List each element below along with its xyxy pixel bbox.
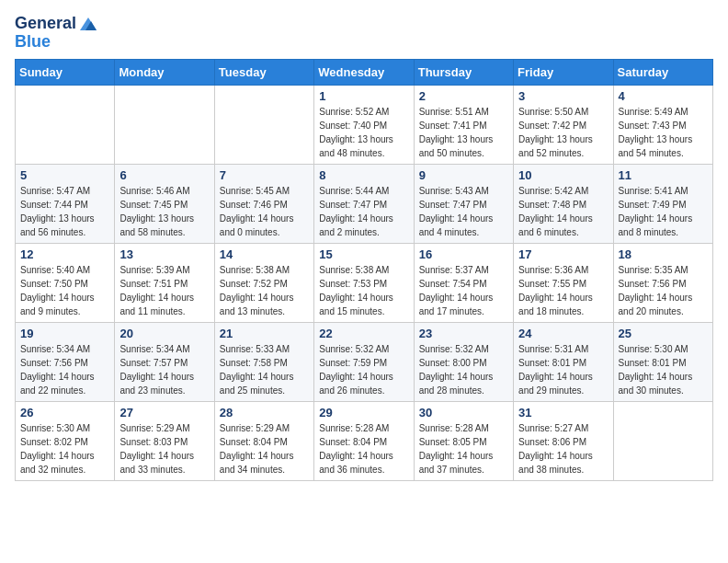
day-cell: 21Sunrise: 5:33 AM Sunset: 7:58 PM Dayli… [214,322,313,401]
day-info: Sunrise: 5:29 AM Sunset: 8:03 PM Dayligh… [119,421,209,477]
day-cell: 9Sunrise: 5:43 AM Sunset: 7:47 PM Daylig… [414,164,513,243]
day-number: 28 [220,406,309,419]
day-number: 5 [20,168,109,182]
day-info: Sunrise: 5:27 AM Sunset: 8:06 PM Dayligh… [518,421,608,477]
day-info: Sunrise: 5:38 AM Sunset: 7:52 PM Dayligh… [220,263,309,318]
header-cell-tuesday: Tuesday [214,59,313,85]
logo-blue: Blue [15,33,51,52]
calendar-table: SundayMondayTuesdayWednesdayThursdayFrid… [15,59,713,481]
day-info: Sunrise: 5:32 AM Sunset: 7:59 PM Dayligh… [319,342,408,397]
day-info: Sunrise: 5:30 AM Sunset: 8:01 PM Dayligh… [619,342,708,397]
day-cell [613,401,712,480]
day-info: Sunrise: 5:47 AM Sunset: 7:44 PM Dayligh… [20,184,109,239]
day-info: Sunrise: 5:34 AM Sunset: 7:56 PM Dayligh… [20,342,109,397]
week-row-3: 12Sunrise: 5:40 AM Sunset: 7:50 PM Dayli… [16,243,713,322]
day-number: 24 [518,327,608,340]
logo: General Blue [15,15,98,52]
day-number: 13 [119,247,209,261]
week-row-4: 19Sunrise: 5:34 AM Sunset: 7:56 PM Dayli… [16,322,713,401]
day-cell [214,85,313,164]
calendar-header: SundayMondayTuesdayWednesdayThursdayFrid… [16,59,713,85]
header-row: SundayMondayTuesdayWednesdayThursdayFrid… [16,59,713,85]
day-info: Sunrise: 5:31 AM Sunset: 8:01 PM Dayligh… [518,342,608,397]
day-info: Sunrise: 5:46 AM Sunset: 7:45 PM Dayligh… [119,184,209,239]
day-cell: 8Sunrise: 5:44 AM Sunset: 7:47 PM Daylig… [314,164,414,243]
day-info: Sunrise: 5:41 AM Sunset: 7:49 PM Dayligh… [619,184,708,239]
day-number: 26 [20,406,109,419]
day-number: 17 [518,247,608,261]
week-row-1: 1Sunrise: 5:52 AM Sunset: 7:40 PM Daylig… [16,85,713,164]
day-number: 31 [518,406,608,419]
day-cell: 27Sunrise: 5:29 AM Sunset: 8:03 PM Dayli… [115,401,214,480]
day-number: 27 [119,406,209,419]
day-info: Sunrise: 5:37 AM Sunset: 7:54 PM Dayligh… [419,263,508,318]
day-cell: 13Sunrise: 5:39 AM Sunset: 7:51 PM Dayli… [115,243,214,322]
week-row-2: 5Sunrise: 5:47 AM Sunset: 7:44 PM Daylig… [16,164,713,243]
day-cell: 5Sunrise: 5:47 AM Sunset: 7:44 PM Daylig… [16,164,115,243]
day-info: Sunrise: 5:44 AM Sunset: 7:47 PM Dayligh… [319,184,408,239]
day-number: 30 [419,406,508,419]
day-number: 1 [319,89,408,103]
day-cell: 3Sunrise: 5:50 AM Sunset: 7:42 PM Daylig… [514,85,613,164]
day-cell: 17Sunrise: 5:36 AM Sunset: 7:55 PM Dayli… [514,243,613,322]
day-cell: 2Sunrise: 5:51 AM Sunset: 7:41 PM Daylig… [414,85,513,164]
logo-general: General [15,15,76,33]
day-number: 15 [319,247,408,261]
day-cell: 23Sunrise: 5:32 AM Sunset: 8:00 PM Dayli… [414,322,513,401]
day-cell: 16Sunrise: 5:37 AM Sunset: 7:54 PM Dayli… [414,243,513,322]
day-info: Sunrise: 5:43 AM Sunset: 7:47 PM Dayligh… [419,184,508,239]
day-number: 8 [319,168,408,182]
day-info: Sunrise: 5:51 AM Sunset: 7:41 PM Dayligh… [419,105,508,160]
day-cell: 10Sunrise: 5:42 AM Sunset: 7:48 PM Dayli… [514,164,613,243]
day-number: 20 [119,327,209,340]
day-number: 10 [518,168,608,182]
day-cell: 1Sunrise: 5:52 AM Sunset: 7:40 PM Daylig… [314,85,414,164]
day-number: 12 [20,247,109,261]
header-cell-sunday: Sunday [16,59,115,85]
day-number: 19 [20,327,109,340]
day-cell: 12Sunrise: 5:40 AM Sunset: 7:50 PM Dayli… [16,243,115,322]
day-info: Sunrise: 5:34 AM Sunset: 7:57 PM Dayligh… [119,342,209,397]
day-number: 22 [319,327,408,340]
day-info: Sunrise: 5:28 AM Sunset: 8:05 PM Dayligh… [419,421,508,477]
day-info: Sunrise: 5:38 AM Sunset: 7:53 PM Dayligh… [319,263,408,318]
day-info: Sunrise: 5:49 AM Sunset: 7:43 PM Dayligh… [619,105,708,160]
day-cell: 25Sunrise: 5:30 AM Sunset: 8:01 PM Dayli… [613,322,712,401]
day-info: Sunrise: 5:39 AM Sunset: 7:51 PM Dayligh… [119,263,209,318]
day-cell: 20Sunrise: 5:34 AM Sunset: 7:57 PM Dayli… [115,322,214,401]
day-cell: 15Sunrise: 5:38 AM Sunset: 7:53 PM Dayli… [314,243,414,322]
day-number: 4 [619,89,708,103]
day-cell: 4Sunrise: 5:49 AM Sunset: 7:43 PM Daylig… [613,85,712,164]
day-number: 11 [619,168,708,182]
day-info: Sunrise: 5:30 AM Sunset: 8:02 PM Dayligh… [20,421,109,477]
day-cell [16,85,115,164]
day-cell: 29Sunrise: 5:28 AM Sunset: 8:04 PM Dayli… [314,401,414,480]
day-number: 21 [220,327,309,340]
day-info: Sunrise: 5:42 AM Sunset: 7:48 PM Dayligh… [518,184,608,239]
day-cell: 22Sunrise: 5:32 AM Sunset: 7:59 PM Dayli… [314,322,414,401]
day-info: Sunrise: 5:32 AM Sunset: 8:00 PM Dayligh… [419,342,508,397]
day-cell: 19Sunrise: 5:34 AM Sunset: 7:56 PM Dayli… [16,322,115,401]
day-number: 23 [419,327,508,340]
day-info: Sunrise: 5:35 AM Sunset: 7:56 PM Dayligh… [619,263,708,318]
day-number: 2 [419,89,508,103]
logo-icon [78,16,98,32]
day-info: Sunrise: 5:52 AM Sunset: 7:40 PM Dayligh… [319,105,408,160]
day-cell: 18Sunrise: 5:35 AM Sunset: 7:56 PM Dayli… [613,243,712,322]
header-cell-thursday: Thursday [414,59,513,85]
header-cell-friday: Friday [514,59,613,85]
day-info: Sunrise: 5:45 AM Sunset: 7:46 PM Dayligh… [220,184,309,239]
header-cell-monday: Monday [115,59,214,85]
day-info: Sunrise: 5:29 AM Sunset: 8:04 PM Dayligh… [220,421,309,477]
day-cell: 30Sunrise: 5:28 AM Sunset: 8:05 PM Dayli… [414,401,513,480]
day-number: 3 [518,89,608,103]
day-cell: 24Sunrise: 5:31 AM Sunset: 8:01 PM Dayli… [514,322,613,401]
day-number: 7 [220,168,309,182]
day-cell: 14Sunrise: 5:38 AM Sunset: 7:52 PM Dayli… [214,243,313,322]
day-number: 6 [119,168,209,182]
day-cell: 28Sunrise: 5:29 AM Sunset: 8:04 PM Dayli… [214,401,313,480]
day-cell: 7Sunrise: 5:45 AM Sunset: 7:46 PM Daylig… [214,164,313,243]
day-info: Sunrise: 5:40 AM Sunset: 7:50 PM Dayligh… [20,263,109,318]
day-number: 29 [319,406,408,419]
day-info: Sunrise: 5:36 AM Sunset: 7:55 PM Dayligh… [518,263,608,318]
